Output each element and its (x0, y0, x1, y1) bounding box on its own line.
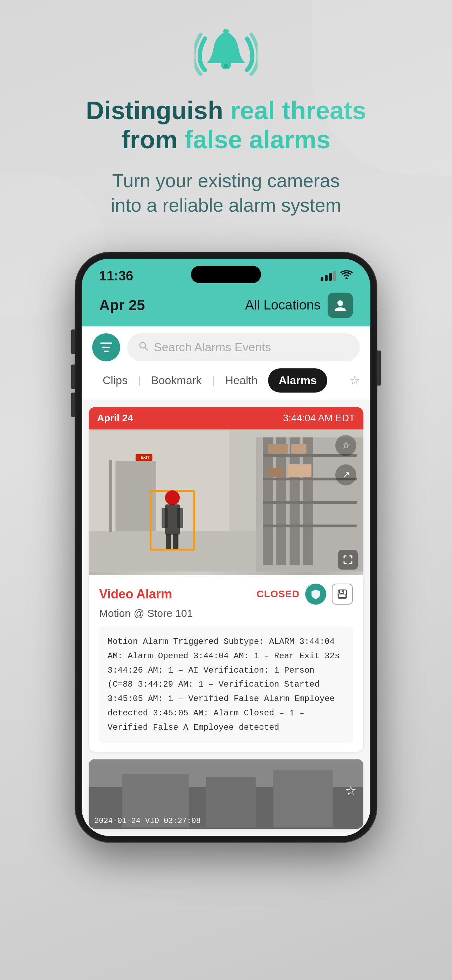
cam2-star-icon[interactable]: ☆ (345, 783, 357, 798)
tabs-bar: Clips | Bookmark | Health Alarms ☆ (82, 368, 370, 400)
camera-overlay-icons: ☆ ↗ (335, 435, 357, 485)
header-location: All Locations (245, 298, 321, 313)
save-button[interactable] (332, 584, 353, 605)
header-right: All Locations (245, 293, 353, 318)
svg-rect-19 (89, 531, 256, 572)
tab-star-icon[interactable]: ☆ (349, 373, 360, 387)
tab-clips[interactable]: Clips (92, 368, 138, 393)
shield-button[interactable] (305, 584, 326, 605)
alarm-title: Video Alarm (99, 587, 172, 601)
svg-rect-17 (268, 468, 285, 477)
alarm-card-2: April 24, 2024 3:21:30 AM EDT (89, 759, 363, 829)
camera-image-2: 2024-01-24 VID 03:27:08 (89, 759, 363, 829)
alarm-subtitle: Motion @ Store 101 (99, 608, 353, 619)
svg-rect-30 (166, 534, 171, 549)
header-date: Apr 25 (99, 297, 145, 314)
filter-button[interactable] (92, 333, 120, 361)
signal-bar-3 (329, 273, 332, 281)
signal-icon (321, 271, 336, 281)
signal-bar-2 (325, 275, 328, 281)
alarm-title-row: Video Alarm CLOSED (99, 584, 353, 605)
svg-rect-22 (108, 460, 112, 532)
status-bar: 11:36 (82, 259, 370, 287)
alarm-log: Motion Alarm Triggered Subtype: ALARM 3:… (99, 626, 353, 743)
search-input[interactable]: Search Alarms Events (127, 333, 360, 361)
alarm-info-1: Video Alarm CLOSED (89, 575, 363, 752)
svg-rect-31 (173, 534, 178, 549)
camera-image: EXIT (89, 407, 363, 575)
phone-outer: 11:36 (75, 252, 377, 842)
svg-rect-29 (177, 508, 183, 528)
svg-rect-13 (263, 501, 357, 504)
svg-rect-16 (291, 444, 306, 453)
search-icon (138, 340, 149, 354)
tab-health[interactable]: Health (215, 368, 268, 393)
fullscreen-button[interactable] (338, 550, 358, 570)
svg-rect-39 (206, 777, 256, 827)
svg-point-1 (224, 64, 228, 68)
camera-time-1: 3:44:04 AM EDT (283, 412, 355, 424)
star-overlay-btn[interactable]: ☆ (335, 435, 357, 456)
bell-icon (194, 28, 258, 82)
svg-rect-40 (273, 770, 333, 827)
svg-point-0 (223, 29, 229, 34)
svg-rect-35 (342, 590, 343, 592)
svg-point-3 (337, 301, 343, 306)
hero-section: Distinguish real threats from false alar… (0, 0, 452, 252)
content-area: April 24 3:44:04 AM EDT (82, 400, 370, 836)
svg-rect-15 (268, 444, 288, 453)
search-container: Search Alarms Events (82, 326, 370, 368)
svg-rect-28 (162, 508, 167, 528)
avatar-icon[interactable] (328, 293, 353, 318)
camera-header-1: April 24 3:44:04 AM EDT (89, 407, 363, 430)
svg-rect-14 (263, 525, 357, 528)
svg-text:EXIT: EXIT (140, 455, 149, 460)
camera-feed-1: April 24 3:44:04 AM EDT (89, 407, 363, 575)
search-placeholder: Search Alarms Events (154, 340, 271, 354)
cam2-overlay: ☆ (345, 783, 357, 798)
alarm-status-row: CLOSED (256, 584, 353, 605)
svg-rect-21 (115, 461, 156, 531)
scene-svg: EXIT (89, 407, 363, 575)
share-overlay-btn[interactable]: ↗ (335, 465, 357, 485)
wifi-icon (340, 269, 353, 283)
phone-mockup: 11:36 (75, 252, 377, 842)
svg-point-26 (165, 490, 180, 505)
svg-rect-18 (288, 464, 312, 477)
camera-date-1: April 24 (97, 412, 133, 424)
alarm-card-1: April 24 3:44:04 AM EDT (89, 407, 363, 752)
status-icons (321, 269, 353, 283)
tab-divider-1: | (138, 375, 140, 386)
hero-headline: Distinguish real threats from false alar… (65, 96, 387, 154)
svg-rect-34 (339, 594, 346, 598)
svg-point-2 (345, 277, 348, 279)
app-header: Apr 25 All Locations (82, 287, 370, 326)
camera-feed-2: April 24, 2024 3:21:30 AM EDT (89, 759, 363, 829)
dynamic-island (191, 266, 261, 283)
status-time: 11:36 (99, 269, 133, 283)
signal-bar-4 (333, 271, 336, 281)
hero-subtext: Turn your existing cameras into a reliab… (83, 168, 369, 217)
cam2-timestamp: 2024-01-24 VID 03:27:08 (94, 817, 201, 826)
phone-screen: 11:36 (82, 259, 370, 836)
tab-bookmark[interactable]: Bookmark (140, 368, 212, 393)
signal-bar-1 (321, 277, 323, 281)
tab-alarms[interactable]: Alarms (268, 368, 327, 393)
tab-divider-2: | (212, 375, 215, 386)
status-badge: CLOSED (256, 589, 299, 600)
page-background: Distinguish real threats from false alar… (0, 0, 452, 980)
